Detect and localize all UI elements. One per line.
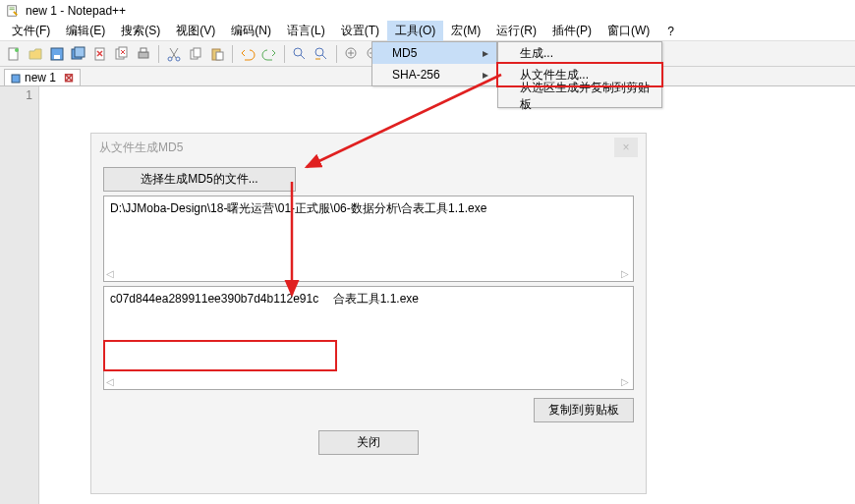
scroll-left-icon[interactable]: ◁ (106, 269, 116, 279)
md5-hash: c07d844ea289911ee390b7d4b112e91c (110, 292, 318, 306)
button-label: 选择生成MD5的文件... (141, 172, 257, 186)
md5-dialog: 从文件生成MD5 × 选择生成MD5的文件... D:\JJMoba-Desig… (90, 133, 647, 494)
line-number: 1 (6, 88, 32, 102)
scroll-right-icon[interactable]: ▷ (621, 377, 631, 387)
file-path-box[interactable]: D:\JJMoba-Design\18-曙光运营\01-正式服\06-数据分析\… (103, 196, 634, 282)
svg-point-15 (176, 57, 180, 61)
menu-window[interactable]: 窗口(W) (599, 21, 657, 41)
separator (158, 45, 159, 63)
submenu-from-file[interactable]: 从文件生成... (498, 64, 661, 85)
tab-close-icon[interactable]: ⊠ (64, 71, 74, 84)
md5-submenu: 生成... 从文件生成... 从选区生成并复制到剪贴板 (497, 41, 662, 108)
scroll-right-icon[interactable]: ▷ (621, 269, 631, 279)
zoom-in-icon[interactable] (342, 44, 362, 64)
print-icon[interactable] (134, 44, 153, 64)
save-status-icon (11, 73, 21, 83)
dropdown-label: SHA-256 (392, 68, 440, 82)
menu-view[interactable]: 视图(V) (168, 21, 223, 41)
menu-bar: 文件(F) 编辑(E) 搜索(S) 视图(V) 编码(N) 语言(L) 设置(T… (0, 22, 855, 41)
menu-language[interactable]: 语言(L) (279, 21, 333, 41)
button-label: 复制到剪贴板 (548, 403, 619, 417)
button-label: 关闭 (357, 435, 380, 449)
save-icon[interactable] (47, 44, 67, 64)
menu-macro[interactable]: 宏(M) (443, 21, 488, 41)
tab-label: new 1 (25, 71, 56, 84)
svg-point-14 (168, 57, 172, 61)
svg-rect-13 (141, 48, 146, 52)
md5-filename: 合表工具1.1.exe (333, 292, 419, 306)
separator (336, 45, 337, 63)
menu-help[interactable]: ? (657, 23, 684, 40)
dropdown-label: MD5 (392, 46, 417, 60)
copy-clipboard-button[interactable]: 复制到剪贴板 (534, 398, 634, 422)
tools-dropdown: MD5 ▸ SHA-256 ▸ (371, 41, 497, 86)
choose-file-button[interactable]: 选择生成MD5的文件... (103, 167, 296, 192)
redo-icon[interactable] (259, 44, 279, 64)
close-button[interactable]: 关闭 (318, 430, 419, 455)
menu-search[interactable]: 搜索(S) (113, 21, 168, 41)
menu-edit[interactable]: 编辑(E) (58, 21, 113, 41)
app-icon (6, 4, 20, 18)
svg-rect-6 (54, 55, 60, 59)
menu-file[interactable]: 文件(F) (4, 21, 58, 41)
svg-rect-26 (12, 75, 20, 83)
svg-rect-0 (8, 6, 17, 17)
chevron-right-icon: ▸ (483, 68, 488, 82)
annotation-highlight (496, 62, 663, 87)
svg-point-21 (315, 48, 323, 56)
submenu-label: 生成... (520, 45, 553, 62)
save-all-icon[interactable] (69, 44, 88, 64)
menu-tools[interactable]: 工具(O) (387, 21, 443, 41)
open-file-icon[interactable] (26, 44, 45, 64)
undo-icon[interactable] (238, 44, 257, 64)
submenu-from-selection[interactable]: 从选区生成并复制到剪贴板 (498, 85, 661, 107)
title-bar: new 1 - Notepad++ (0, 0, 855, 22)
svg-rect-2 (10, 9, 15, 10)
annotation-highlight (103, 340, 337, 371)
menu-settings[interactable]: 设置(T) (333, 21, 387, 41)
svg-point-4 (15, 48, 19, 52)
svg-rect-1 (10, 8, 15, 9)
dialog-close-button[interactable]: × (614, 138, 638, 157)
dropdown-item-md5[interactable]: MD5 ▸ (372, 42, 496, 64)
file-path-text: D:\JJMoba-Design\18-曙光运营\01-正式服\06-数据分析\… (110, 201, 486, 215)
scrollbar-h[interactable]: ◁ ▷ (106, 269, 631, 279)
scroll-left-icon[interactable]: ◁ (106, 377, 116, 387)
new-file-icon[interactable] (4, 44, 24, 64)
svg-rect-19 (216, 52, 223, 60)
separator (232, 45, 233, 63)
chevron-right-icon: ▸ (483, 46, 488, 60)
menu-plugins[interactable]: 插件(P) (544, 21, 599, 41)
file-tab[interactable]: new 1 ⊠ (4, 69, 81, 85)
line-gutter: 1 (0, 86, 39, 504)
dialog-titlebar: 从文件生成MD5 × (91, 134, 646, 161)
menu-encoding[interactable]: 编码(N) (223, 21, 279, 41)
paste-icon[interactable] (207, 44, 227, 64)
close-all-icon[interactable] (112, 44, 132, 64)
copy-icon[interactable] (186, 44, 205, 64)
result-box[interactable]: c07d844ea289911ee390b7d4b112e91c 合表工具1.1… (103, 286, 634, 390)
cut-icon[interactable] (164, 44, 184, 64)
submenu-generate[interactable]: 生成... (498, 42, 661, 64)
window-title: new 1 - Notepad++ (26, 4, 126, 18)
svg-point-20 (294, 48, 302, 56)
svg-rect-8 (75, 47, 85, 57)
dropdown-item-sha256[interactable]: SHA-256 ▸ (372, 64, 496, 85)
close-icon[interactable] (90, 44, 110, 64)
menu-run[interactable]: 运行(R) (488, 21, 544, 41)
dialog-title: 从文件生成MD5 (99, 140, 183, 156)
find-icon[interactable] (290, 44, 310, 64)
separator (284, 45, 285, 63)
svg-rect-12 (139, 52, 148, 58)
scrollbar-h[interactable]: ◁ ▷ (106, 377, 631, 387)
replace-icon[interactable] (312, 44, 331, 64)
svg-rect-17 (194, 48, 200, 57)
